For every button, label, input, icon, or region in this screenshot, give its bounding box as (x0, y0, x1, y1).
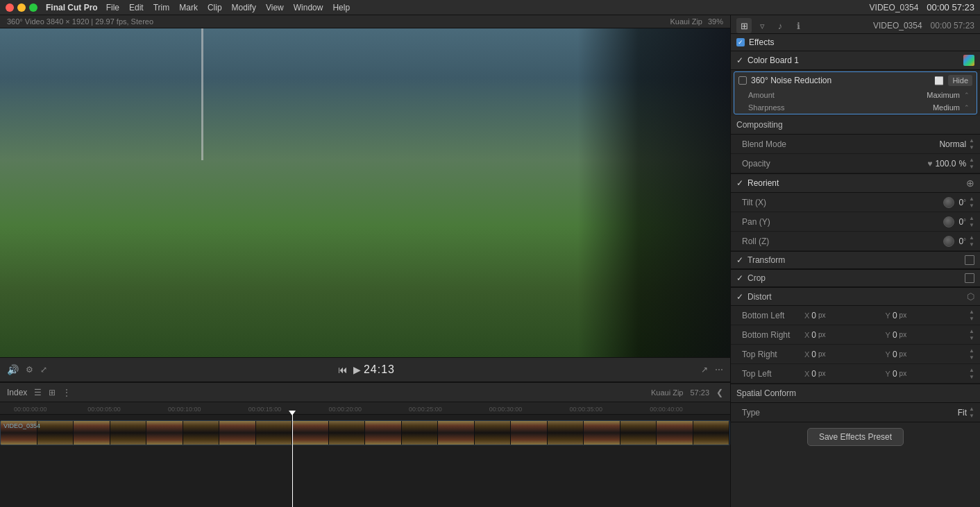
compositing-title: Compositing (736, 120, 783, 130)
heart-icon[interactable]: ♥ (927, 159, 932, 169)
opacity-value-group: ♥ 100.0 % ▲ ▼ (927, 157, 974, 170)
list-view-icon[interactable]: ☰ (34, 388, 42, 397)
bottom-right-x-unit: px (818, 331, 826, 338)
bottom-left-stepper[interactable]: ▲▼ (969, 309, 974, 322)
roll-knob[interactable] (943, 236, 954, 247)
menubar-filename: VIDEO_0354 (870, 3, 919, 12)
blend-mode-stepper[interactable]: ▲ ▼ (969, 137, 974, 151)
timecode-display: 24:13 (364, 363, 395, 376)
fullscreen-icon[interactable]: ⤢ (40, 365, 47, 375)
tilt-knob[interactable] (943, 197, 954, 208)
playhead[interactable] (292, 415, 294, 507)
options-icon[interactable]: ⋮ (62, 388, 71, 397)
bottom-left-x-value: 0 (811, 311, 816, 320)
blend-mode-label: Blend Mode (742, 139, 939, 149)
roll-value: 0 (958, 237, 963, 246)
crop-checkbox[interactable]: ✓ (736, 273, 743, 283)
top-right-x: X 0 px (804, 350, 886, 359)
bottom-right-y-unit: px (899, 331, 907, 338)
menu-mark[interactable]: Mark (179, 3, 198, 12)
menu-edit[interactable]: Edit (129, 3, 144, 12)
color-board-icon[interactable] (963, 55, 974, 66)
menu-modify[interactable]: Modify (232, 3, 256, 12)
reorient-icon: ⊕ (966, 178, 974, 189)
color-board-checkbox[interactable]: ✓ (736, 55, 743, 65)
distort-checkbox[interactable]: ✓ (736, 292, 743, 302)
ruler-mark-8: 00:00:40:00 (650, 406, 683, 413)
amount-label: Amount (748, 91, 922, 99)
top-right-stepper[interactable]: ▲▼ (969, 347, 974, 361)
sharpness-value: Medium (933, 103, 960, 112)
close-button[interactable] (6, 3, 14, 12)
top-left-stepper[interactable]: ▲▼ (969, 367, 974, 380)
menu-file[interactable]: File (106, 3, 119, 12)
timeline-nav-icon[interactable]: ❮ (716, 388, 723, 397)
distort-section: ✓ Distort ⬡ Bottom Left X 0 px Y 0 px (731, 288, 980, 384)
share-icon[interactable]: ↗ (701, 365, 708, 375)
menubar-right: VIDEO_0354 00:00 57:23 (870, 2, 974, 12)
tab-filter[interactable]: ▿ (754, 18, 770, 33)
pan-stepper[interactable]: ▲▼ (969, 215, 974, 228)
panel-header-tabs: ⊞ ▿ ♪ ℹ VIDEO_0354 00:00 57:23 (731, 15, 980, 34)
sharpness-stepper[interactable]: ⌃ (964, 104, 970, 111)
bottom-left-y-value: 0 (893, 311, 897, 320)
opacity-stepper[interactable]: ▲ ▼ (969, 157, 974, 170)
noise-reduction-label: 360° Noise Reduction (751, 76, 930, 85)
index-label: Index (7, 388, 27, 397)
effects-checkbox[interactable]: ✓ (736, 38, 745, 46)
right-panel: ⊞ ▿ ♪ ℹ VIDEO_0354 00:00 57:23 ✓ Effects… (730, 15, 980, 507)
menu-clip[interactable]: Clip (208, 3, 222, 12)
ruler-mark-4: 00:00:20:00 (328, 406, 362, 413)
transform-checkbox[interactable]: ✓ (736, 255, 743, 265)
crop-title: Crop (747, 273, 961, 283)
spatial-type-stepper[interactable]: ▲▼ (969, 406, 974, 419)
effects-title: Effects (749, 37, 974, 47)
minimize-button[interactable] (17, 3, 26, 12)
amount-stepper[interactable]: ⌃ (964, 92, 970, 98)
top-left-label: Top Left (742, 369, 804, 379)
playhead-triangle (289, 411, 296, 415)
menu-view[interactable]: View (266, 3, 284, 12)
video-clip-strip[interactable]: VIDEO_0354 (0, 420, 730, 445)
menu-help[interactable]: Help (332, 3, 350, 12)
roll-stepper[interactable]: ▲▼ (969, 234, 974, 248)
clip-thumb-9 (292, 421, 329, 445)
go-start-button[interactable]: ⏮ (335, 363, 350, 377)
tab-audio[interactable]: ♪ (772, 18, 788, 33)
spatial-type-text: Fit (958, 408, 967, 418)
more-icon[interactable]: ⋯ (715, 365, 723, 375)
clip-thumb-6 (183, 421, 220, 445)
video-background (0, 28, 730, 357)
save-effects-preset-button[interactable]: Save Effects Preset (807, 428, 904, 446)
compositing-section: Compositing Blend Mode Normal ▲ ▼ Opacit… (731, 116, 980, 174)
play-button[interactable]: ▶ (350, 363, 364, 377)
menu-window[interactable]: Window (294, 3, 323, 12)
clip-thumb-13 (438, 421, 475, 445)
bottom-right-y-value: 0 (893, 330, 897, 340)
sharpness-label: Sharpness (748, 103, 929, 112)
menu-trim[interactable]: Trim (153, 3, 170, 12)
bottom-right-label: Bottom Right (742, 330, 804, 340)
color-board-row: ✓ Color Board 1 (731, 51, 980, 70)
timeline-ruler: 00:00:00:00 00:00:05:00 00:00:10:00 00:0… (0, 402, 730, 415)
crop-header: ✓ Crop (731, 270, 980, 287)
settings-icon[interactable]: ⚙ (26, 365, 33, 375)
tab-info[interactable]: ℹ (791, 18, 806, 33)
reorient-checkbox[interactable]: ✓ (736, 178, 743, 188)
tilt-label: Tilt (X) (742, 198, 943, 207)
clip-thumb-8 (256, 421, 293, 445)
speaker-icon[interactable]: 🔊 (7, 364, 19, 375)
noise-reduction-checkbox[interactable] (738, 76, 747, 85)
noise-reduction-section: 360° Noise Reduction ⬜ Hide Amount Maxim… (734, 71, 977, 114)
bottom-right-stepper[interactable]: ▲▼ (969, 328, 974, 341)
tilt-stepper[interactable]: ▲▼ (969, 196, 974, 209)
tab-effects[interactable]: ⊞ (736, 18, 752, 33)
video-pole (201, 28, 203, 160)
opacity-value: 100.0 (935, 159, 956, 169)
grid-view-icon[interactable]: ⊞ (49, 388, 56, 397)
pan-knob[interactable] (943, 216, 954, 227)
hide-button[interactable]: Hide (948, 75, 972, 86)
clip-thumb-5 (146, 421, 183, 445)
maximize-button[interactable] (29, 3, 37, 12)
crop-icon (965, 273, 974, 283)
